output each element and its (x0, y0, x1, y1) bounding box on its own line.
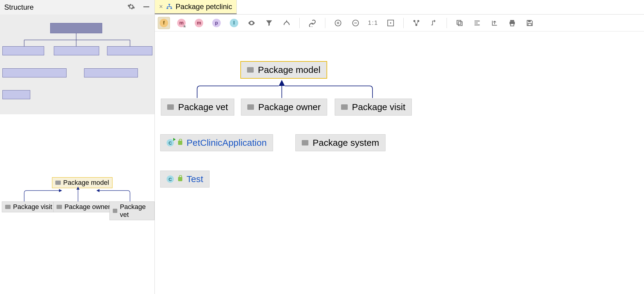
class-icon: C (167, 175, 174, 183)
toolbar-fit-content-icon[interactable] (385, 17, 397, 29)
svg-point-8 (413, 20, 415, 22)
toolbar-export-icon[interactable] (489, 17, 501, 29)
toolbar-align-icon[interactable] (471, 17, 483, 29)
toolbar-visibility-icon[interactable] (246, 17, 258, 29)
lock-icon (178, 177, 182, 181)
svg-rect-13 (510, 20, 514, 21)
svg-rect-0 (143, 6, 149, 7)
overview-node (54, 46, 99, 55)
svg-point-10 (415, 24, 418, 26)
gear-icon[interactable] (127, 3, 135, 12)
preview-node-owner[interactable]: Package owner (53, 201, 114, 212)
editor-tab-bar: × Package petclinic (155, 0, 644, 15)
close-tab-icon[interactable]: × (159, 3, 163, 11)
preview-node-vet[interactable]: Package vet (109, 201, 154, 220)
toolbar-scope-fields[interactable]: f (158, 17, 170, 29)
overview-node (2, 46, 44, 55)
diagram-node-vet[interactable]: Package vet (161, 99, 234, 116)
overview-node-root (50, 23, 102, 33)
toolbar-separator (403, 18, 404, 28)
preview-node-label: Package vet (120, 203, 151, 219)
toolbar-zoom-in-icon[interactable] (332, 17, 344, 29)
structure-panel: Structure Package model Package visit (0, 0, 155, 294)
toolbar-zoom-actual[interactable]: 1:1 (367, 17, 379, 29)
minimize-icon[interactable] (142, 3, 150, 12)
structure-overview-map[interactable] (0, 15, 154, 114)
folder-icon (247, 104, 254, 110)
diagram-panel: × Package petclinic f m m p I 1:1 (155, 0, 644, 294)
folder-icon (341, 104, 348, 110)
toolbar-print-icon[interactable] (506, 17, 518, 29)
preview-node-label: Package owner (64, 203, 110, 211)
svg-rect-15 (511, 24, 514, 26)
overview-node (84, 68, 138, 77)
structure-panel-title: Structure (4, 3, 34, 11)
toolbar-layout-icon[interactable] (410, 17, 422, 29)
toolbar-link-icon[interactable] (306, 17, 318, 29)
overview-node (2, 68, 67, 77)
toolbar-scope-methods[interactable]: m (193, 17, 205, 29)
structure-panel-header: Structure (0, 0, 154, 15)
svg-point-9 (417, 20, 419, 22)
preview-node-visit[interactable]: Package visit (2, 201, 56, 212)
tab-package-petclinic[interactable]: × Package petclinic (155, 0, 237, 14)
svg-rect-3 (171, 8, 172, 9)
diagram-node-owner[interactable]: Package owner (241, 99, 327, 116)
diagram-node-label: Package owner (258, 102, 321, 112)
folder-icon (302, 140, 308, 145)
diagram-icon (166, 3, 173, 10)
diagram-node-label: PetClinicApplication (187, 138, 267, 148)
folder-icon (5, 205, 11, 209)
toolbar-copy-icon[interactable] (454, 17, 466, 29)
preview-node-label: Package model (63, 179, 109, 187)
diagram-node-label: Package system (313, 138, 379, 148)
toolbar-route-icon[interactable] (428, 17, 440, 29)
svg-rect-11 (458, 21, 462, 25)
toolbar-separator (325, 18, 325, 28)
folder-icon (57, 205, 62, 209)
diagram-node-visit[interactable]: Package visit (335, 99, 412, 116)
svg-rect-16 (528, 20, 531, 22)
diagram-node-model[interactable]: Package model (240, 61, 327, 79)
toolbar-scope-inner[interactable]: I (228, 17, 240, 29)
preview-node-model[interactable]: Package model (52, 177, 112, 188)
svg-rect-12 (457, 20, 461, 24)
folder-icon (247, 67, 254, 73)
toolbar-scope-properties[interactable]: p (210, 17, 223, 29)
diagram-toolbar: f m m p I 1:1 (155, 15, 644, 31)
toolbar-separator (447, 18, 447, 28)
diagram-canvas[interactable]: Package model Package vet Package owner … (155, 31, 644, 294)
diagram-node-test[interactable]: C Test (160, 171, 210, 188)
toolbar-separator (299, 18, 300, 28)
svg-rect-2 (167, 8, 168, 9)
folder-icon (55, 181, 61, 185)
structure-dependency-preview[interactable]: Package model Package visit Package owne… (0, 114, 154, 294)
toolbar-scope-constructors[interactable]: m (175, 17, 187, 29)
class-runnable-icon: C (167, 139, 174, 146)
diagram-node-label: Package vet (178, 102, 228, 112)
overview-node (2, 90, 30, 99)
overview-node (107, 46, 152, 55)
diagram-node-label: Test (187, 174, 203, 184)
svg-rect-1 (168, 4, 170, 5)
folder-icon (113, 209, 117, 213)
diagram-node-system[interactable]: Package system (295, 134, 385, 151)
toolbar-save-icon[interactable] (524, 17, 536, 29)
tab-label: Package petclinic (176, 2, 232, 11)
diagram-node-petclinicapplication[interactable]: C PetClinicApplication (160, 134, 273, 151)
toolbar-zoom-out-icon[interactable] (350, 17, 362, 29)
svg-rect-17 (528, 23, 532, 26)
preview-node-label: Package visit (13, 203, 52, 211)
svg-point-7 (390, 22, 391, 23)
lock-icon (178, 141, 182, 145)
toolbar-edge-style-icon[interactable] (281, 17, 293, 29)
folder-icon (167, 104, 174, 110)
diagram-node-label: Package model (258, 65, 320, 75)
diagram-node-label: Package visit (352, 102, 405, 112)
toolbar-filter-icon[interactable] (263, 17, 275, 29)
